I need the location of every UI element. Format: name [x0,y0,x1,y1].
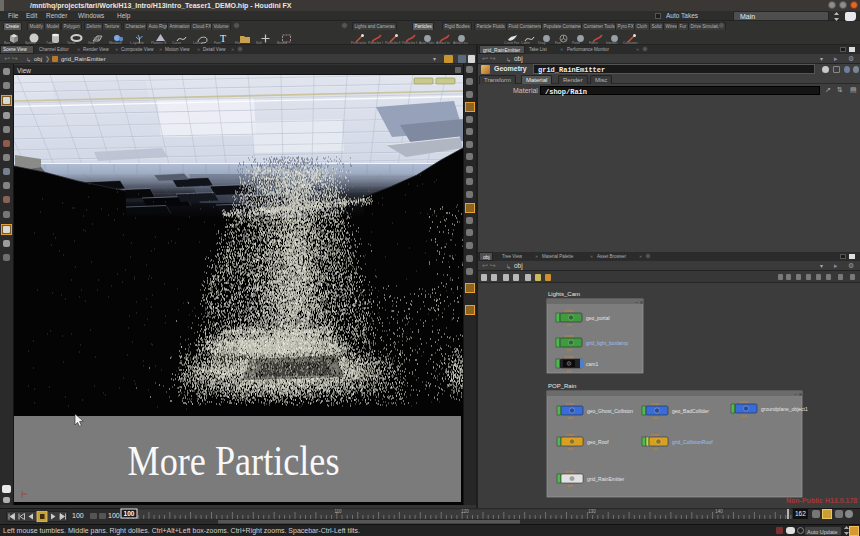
svg-text:props: props [651,402,660,406]
svg-text:geo_Roof: geo_Roof [587,439,609,445]
svg-text:POP_Rain: POP_Rain [548,383,576,389]
svg-text:out: out [567,323,572,327]
svg-text:130: 130 [588,509,596,514]
svg-text:out: out [568,447,573,451]
svg-text:cam1: cam1 [586,361,598,367]
svg-text:100: 100 [124,510,135,517]
svg-text:110: 110 [334,509,342,514]
svg-text:out: out [567,369,572,373]
svg-text:grid_light_boxlamp: grid_light_boxlamp [586,340,628,346]
svg-text:─ ✕: ─ ✕ [793,392,802,397]
svg-text:groundplane_object1: groundplane_object1 [761,406,808,412]
svg-text:geo_BadCollider: geo_BadCollider [672,408,709,414]
svg-text:props: props [740,400,749,404]
svg-text:grid_RainEmitter: grid_RainEmitter [587,476,625,482]
svg-text:out: out [568,416,573,420]
svg-text:out: out [653,447,658,451]
svg-text:out: out [742,414,747,418]
svg-text:out: out [568,484,573,488]
svg-text:More Particles: More Particles [128,437,340,484]
svg-text:─ ✕: ─ ✕ [634,300,643,305]
svg-text:Lights_Cam: Lights_Cam [548,291,580,297]
svg-text:props: props [565,355,574,359]
svg-text:props: props [565,334,574,338]
svg-text:140: 140 [715,509,723,514]
svg-text:120: 120 [461,509,469,514]
svg-text:props: props [651,433,660,437]
svg-text:out: out [653,416,658,420]
svg-text:geo_Ghost_Collision: geo_Ghost_Collision [587,408,633,414]
svg-text:out: out [567,348,572,352]
svg-text:geo_portal: geo_portal [586,315,610,321]
svg-text:props: props [566,433,575,437]
svg-text:props: props [565,309,574,313]
svg-text:props: props [566,470,575,474]
svg-text:props: props [566,402,575,406]
svg-text:grid_CollisionRoof: grid_CollisionRoof [672,439,713,445]
